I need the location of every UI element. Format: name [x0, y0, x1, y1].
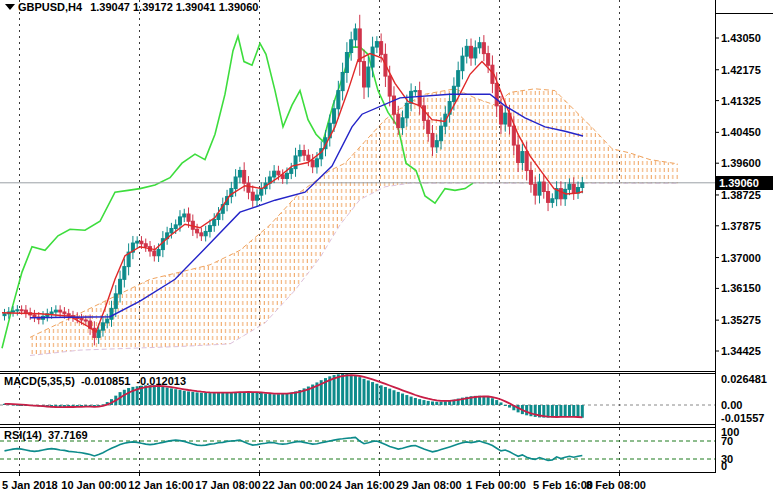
candle-body: [572, 184, 575, 193]
candle-body: [16, 310, 19, 311]
candle-body: [213, 219, 216, 225]
candle-body: [345, 53, 348, 73]
candle-body: [392, 96, 395, 114]
macd-bar: [149, 385, 152, 405]
macd-bar: [388, 389, 391, 405]
candle-body: [123, 267, 126, 280]
symbol-dropdown-icon[interactable]: [5, 4, 15, 10]
candle-body: [461, 56, 464, 71]
macd-bar: [440, 402, 443, 405]
candle-body: [54, 310, 57, 312]
candle-body: [67, 314, 70, 316]
macd-bar: [392, 390, 395, 405]
candle-body: [157, 250, 160, 256]
macd-bar: [508, 405, 511, 408]
macd-bar: [495, 400, 498, 405]
candle-body: [59, 310, 62, 312]
price-axis-label: 1.43050: [721, 32, 761, 45]
candle-body: [559, 189, 562, 199]
candle-body: [97, 330, 100, 337]
macd-bar: [213, 393, 216, 405]
macd-bar: [397, 392, 400, 405]
rsi-axis-label: 0: [721, 460, 727, 473]
candle-body: [183, 214, 186, 217]
macd-bar: [226, 392, 229, 405]
candle-body: [12, 311, 15, 312]
candle-body: [371, 47, 374, 67]
macd-bar: [157, 386, 160, 405]
candle-body: [551, 199, 554, 203]
macd-bar: [435, 402, 438, 405]
macd-bar: [217, 393, 220, 405]
candle-body: [474, 48, 477, 58]
candle-body: [375, 42, 378, 47]
candle-body: [114, 294, 117, 309]
macd-bar: [444, 401, 447, 405]
price-axis-label: 1.34425: [721, 345, 761, 358]
candle-body: [337, 91, 340, 109]
macd-bar: [290, 392, 293, 405]
candle-body: [3, 314, 6, 316]
candle-body: [174, 225, 177, 229]
time-axis-label: 10 Jan 00:00: [61, 479, 126, 492]
macd-bar: [491, 398, 494, 405]
price-axis-label: 1.37875: [721, 220, 761, 233]
macd-bar: [208, 393, 211, 405]
candle-body: [290, 169, 293, 174]
macd-bar: [204, 393, 207, 405]
macd-bar: [230, 392, 233, 405]
time-axis-label: 22 Jan 00:00: [262, 479, 327, 492]
macd-bar: [350, 375, 353, 405]
macd-bar: [414, 398, 417, 405]
chart-canvas[interactable]: [0, 0, 773, 495]
macd-bar: [251, 392, 254, 405]
macd-bar: [525, 405, 528, 415]
macd-bar: [358, 377, 361, 405]
macd-bar: [418, 399, 421, 405]
macd-bar: [431, 401, 434, 405]
macd-bar: [221, 393, 224, 405]
macd-bar: [559, 405, 562, 417]
macd-bar: [243, 392, 246, 405]
time-axis-label: 8 Feb 08:00: [586, 479, 646, 492]
candle-body: [119, 279, 122, 294]
candle-body: [303, 150, 306, 155]
macd-bar: [345, 374, 348, 405]
candle-body: [84, 320, 87, 321]
price-axis-label: 1.41325: [721, 95, 761, 108]
rsi-axis-label: 70: [721, 435, 733, 448]
candle-body: [341, 72, 344, 90]
macd-bar: [127, 388, 130, 405]
macd-bar: [196, 392, 199, 405]
macd-bar: [371, 382, 374, 405]
candle-body: [465, 46, 468, 56]
candle-body: [196, 229, 199, 233]
candle-body: [418, 91, 421, 106]
candle-body: [33, 315, 36, 317]
candle-body: [470, 46, 473, 58]
candle-body: [414, 91, 417, 92]
macd-bar: [178, 390, 181, 405]
candle-body: [581, 183, 584, 188]
candle-body: [260, 189, 263, 196]
candle-body: [538, 182, 541, 195]
candle-body: [315, 159, 318, 167]
candle-body: [80, 319, 83, 320]
macd-bar: [281, 394, 284, 405]
time-axis-label: 5 Jan 2018: [2, 479, 58, 492]
time-axis-label: 12 Jan 16:00: [128, 479, 193, 492]
candle-body: [354, 29, 357, 40]
macd-bar: [285, 393, 288, 405]
macd-bar: [422, 400, 425, 405]
candle-body: [547, 192, 550, 203]
candle-body: [363, 62, 366, 87]
candle-body: [238, 170, 241, 177]
price-axis-label: 1.36150: [721, 282, 761, 295]
candle-body: [529, 170, 532, 184]
macd-bar: [273, 394, 276, 405]
macd-bar: [354, 376, 357, 405]
macd-bar: [166, 387, 169, 405]
candle-body: [204, 231, 207, 235]
macd-bar: [487, 397, 490, 405]
macd-bar: [384, 387, 387, 405]
